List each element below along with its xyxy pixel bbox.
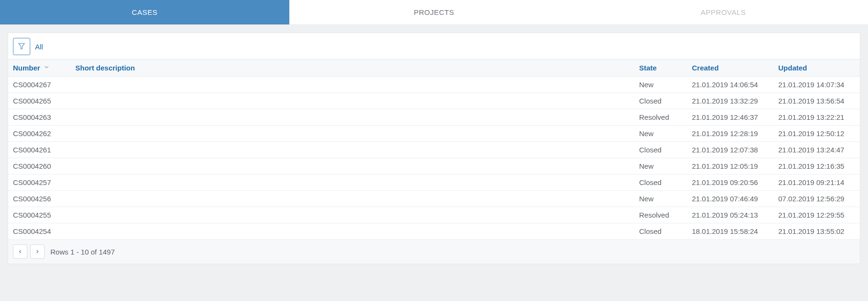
content-container: All Number Short description — [0, 25, 868, 272]
svg-marker-0 — [19, 43, 24, 49]
cell-created: 21.01.2019 12:28:19 — [687, 126, 773, 142]
cell-number: CS0004257 — [8, 174, 71, 191]
cell-created: 21.01.2019 12:07:38 — [687, 142, 773, 158]
table-row[interactable]: CS0004254Closed18.01.2019 15:58:2421.01.… — [8, 223, 860, 240]
cell-state: New — [634, 158, 687, 174]
cell-created: 21.01.2019 05:24:13 — [687, 207, 773, 223]
column-header-short-description[interactable]: Short description — [71, 59, 634, 77]
cell-state: New — [634, 77, 687, 93]
cell-short_description — [71, 191, 634, 207]
filter-icon — [18, 42, 25, 51]
pager-prev-button[interactable] — [13, 244, 27, 259]
cell-number: CS0004263 — [8, 109, 71, 126]
table-row[interactable]: CS0004256New21.01.2019 07:46:4907.02.201… — [8, 191, 860, 207]
cell-updated: 21.01.2019 12:50:12 — [773, 126, 860, 142]
cell-number: CS0004255 — [8, 207, 71, 223]
cell-updated: 21.01.2019 13:56:54 — [773, 93, 860, 109]
toolbar: All — [8, 33, 860, 59]
pager-text: Rows 1 - 10 of 1497 — [50, 248, 115, 256]
cell-updated: 21.01.2019 14:07:34 — [773, 77, 860, 93]
pager: Rows 1 - 10 of 1497 — [8, 240, 860, 264]
chevron-down-icon — [43, 64, 50, 72]
cell-state: Closed — [634, 93, 687, 109]
table-row[interactable]: CS0004262New21.01.2019 12:28:1921.01.201… — [8, 126, 860, 142]
cell-number: CS0004254 — [8, 223, 71, 240]
cell-updated: 21.01.2019 13:24:47 — [773, 142, 860, 158]
cell-created: 21.01.2019 13:32:29 — [687, 93, 773, 109]
column-header-number[interactable]: Number — [8, 59, 71, 77]
cell-created: 21.01.2019 07:46:49 — [687, 191, 773, 207]
cell-updated: 21.01.2019 13:22:21 — [773, 109, 860, 126]
cell-short_description — [71, 207, 634, 223]
cell-created: 21.01.2019 09:20:56 — [687, 174, 773, 191]
table-row[interactable]: CS0004263Resolved21.01.2019 12:46:3721.0… — [8, 109, 860, 126]
tab-approvals[interactable]: APPROVALS — [579, 0, 868, 24]
table-row[interactable]: CS0004261Closed21.01.2019 12:07:3821.01.… — [8, 142, 860, 158]
table-row[interactable]: CS0004265Closed21.01.2019 13:32:2921.01.… — [8, 93, 860, 109]
pager-next-button[interactable] — [30, 244, 45, 259]
cell-created: 18.01.2019 15:58:24 — [687, 223, 773, 240]
cell-updated: 21.01.2019 12:16:35 — [773, 158, 860, 174]
table-row[interactable]: CS0004255Resolved21.01.2019 05:24:1321.0… — [8, 207, 860, 223]
column-header-state[interactable]: State — [634, 59, 687, 77]
cell-number: CS0004260 — [8, 158, 71, 174]
column-header-updated[interactable]: Updated — [773, 59, 860, 77]
cell-short_description — [71, 142, 634, 158]
table-row[interactable]: CS0004257Closed21.01.2019 09:20:5621.01.… — [8, 174, 860, 191]
column-header-updated-label: Updated — [778, 64, 807, 72]
cell-created: 21.01.2019 14:06:54 — [687, 77, 773, 93]
cell-state: Closed — [634, 142, 687, 158]
filter-label[interactable]: All — [35, 43, 43, 51]
table-row[interactable]: CS0004267New21.01.2019 14:06:5421.01.201… — [8, 77, 860, 93]
cell-number: CS0004261 — [8, 142, 71, 158]
column-header-short-description-label: Short description — [75, 64, 135, 72]
cell-short_description — [71, 223, 634, 240]
cell-created: 21.01.2019 12:46:37 — [687, 109, 773, 126]
cell-short_description — [71, 77, 634, 93]
cell-state: New — [634, 126, 687, 142]
cell-short_description — [71, 174, 634, 191]
tab-projects[interactable]: PROJECTS — [289, 0, 579, 24]
cell-state: Closed — [634, 223, 687, 240]
cases-table: Number Short description State Created — [8, 59, 860, 240]
chevron-left-icon — [17, 248, 23, 256]
column-header-state-label: State — [639, 64, 657, 72]
cell-updated: 21.01.2019 12:29:55 — [773, 207, 860, 223]
cell-short_description — [71, 109, 634, 126]
filter-button[interactable] — [13, 38, 30, 55]
cell-created: 21.01.2019 12:05:19 — [687, 158, 773, 174]
cell-state: Closed — [634, 174, 687, 191]
cell-state: Resolved — [634, 207, 687, 223]
cell-short_description — [71, 126, 634, 142]
chevron-right-icon — [35, 248, 40, 256]
cell-number: CS0004256 — [8, 191, 71, 207]
column-header-created[interactable]: Created — [687, 59, 773, 77]
cell-number: CS0004267 — [8, 77, 71, 93]
tab-cases[interactable]: CASES — [0, 0, 289, 24]
cell-state: New — [634, 191, 687, 207]
cell-updated: 07.02.2019 12:56:29 — [773, 191, 860, 207]
cell-number: CS0004265 — [8, 93, 71, 109]
cell-short_description — [71, 93, 634, 109]
column-header-created-label: Created — [692, 64, 719, 72]
cell-updated: 21.01.2019 13:55:02 — [773, 223, 860, 240]
table-row[interactable]: CS0004260New21.01.2019 12:05:1921.01.201… — [8, 158, 860, 174]
cell-state: Resolved — [634, 109, 687, 126]
column-header-number-label: Number — [13, 64, 40, 72]
cell-updated: 21.01.2019 09:21:14 — [773, 174, 860, 191]
cases-panel: All Number Short description — [8, 33, 860, 264]
tab-bar: CASES PROJECTS APPROVALS — [0, 0, 868, 25]
cell-short_description — [71, 158, 634, 174]
cell-number: CS0004262 — [8, 126, 71, 142]
